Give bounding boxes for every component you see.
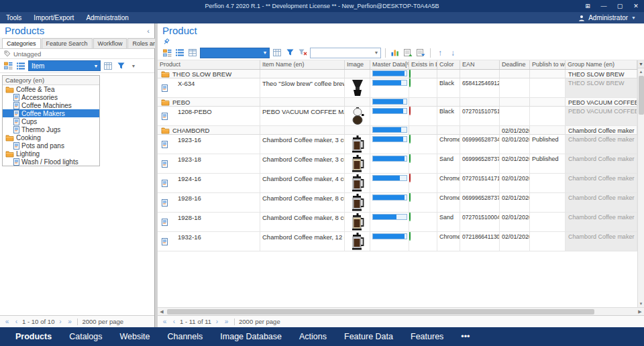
table-row[interactable]: 1932-16Chambord Coffee maker, 12 cup, 1.… (158, 232, 637, 251)
column-header-item-name-en[interactable]: Item Name (en) (260, 60, 345, 69)
collapse-panel-button[interactable]: ‹ (147, 27, 150, 35)
tree-item-lighting[interactable]: Lighting (3, 150, 99, 158)
user-menu[interactable]: Administrator ▼ (578, 14, 644, 21)
tree-item-wash-flood-lights[interactable]: Wash / Flood lights (3, 158, 99, 166)
nav-item-catalogs[interactable]: Catalogs (60, 327, 111, 346)
prev-page-button[interactable]: ‹ (13, 318, 20, 325)
minimize-button[interactable]: — (596, 0, 612, 12)
column-header-ean[interactable]: EAN (460, 60, 500, 69)
category-view-icon[interactable] (162, 48, 172, 58)
tree-item-cups[interactable]: Cups (3, 117, 99, 125)
scroll-down-icon[interactable]: ▼ (638, 300, 644, 307)
tab-feature-search[interactable]: Feature Search (42, 38, 93, 48)
page-size-value[interactable]: 2000 (239, 318, 253, 325)
tree-item-pots-and-pans[interactable]: Pots and pans (3, 141, 99, 150)
scroll-left-icon[interactable]: ◀ (158, 309, 166, 314)
table-row[interactable]: 1928-16Chambord Coffee maker, 8 cup, 1 l… (158, 193, 637, 213)
nav-item-actions[interactable]: Actions (290, 327, 335, 346)
columns-icon[interactable] (272, 48, 282, 58)
h-scrollbar[interactable]: ◀ ▶ (158, 307, 644, 315)
v-scroll-thumb[interactable] (639, 76, 644, 115)
chart-icon[interactable] (390, 48, 400, 58)
column-chooser-icon[interactable]: ▼ (638, 60, 644, 68)
close-button[interactable]: ✕ (628, 0, 644, 12)
apps-grid-icon[interactable]: ⊞ (580, 0, 596, 12)
tree-item-coffee-machines[interactable]: Coffee Machines (3, 101, 99, 109)
first-page-button[interactable]: « (161, 318, 168, 325)
item-name-cell: Chambord Coffee maker, 3 cup, 0.35 l, (260, 154, 345, 173)
columns-icon[interactable] (103, 60, 113, 71)
master-data-bar-fill (373, 215, 396, 219)
list-view-icon[interactable] (174, 48, 185, 58)
category-view-icon[interactable] (3, 60, 13, 71)
view-combo[interactable]: ▼ (200, 48, 270, 58)
clear-filter-icon[interactable] (297, 48, 308, 58)
table-row[interactable]: 1923-16Chambord Coffee maker, 3 cup, 0.3… (158, 135, 637, 154)
import-data-icon[interactable] (415, 48, 426, 58)
group-row[interactable]: CHAMBORD02/01/2020Chambord Coffee maker (158, 126, 637, 135)
table-row[interactable]: X-634Theo "Slow brew" coffee brewerBlack… (158, 78, 637, 98)
tab-workflow[interactable]: Workflow (93, 38, 127, 48)
table-row[interactable]: 1928-18Chambord Coffee maker, 8 cup, 1 l… (158, 213, 637, 232)
export-report-icon[interactable] (402, 48, 413, 58)
column-header-publish-to-web[interactable]: Publish to web (530, 60, 566, 69)
nav-item-website[interactable]: Website (111, 327, 159, 346)
list-view-icon[interactable] (15, 60, 26, 71)
filter-icon[interactable] (284, 48, 295, 58)
document-icon (13, 94, 19, 101)
filter-icon[interactable] (115, 60, 126, 71)
column-header-deadline[interactable]: Deadline (500, 60, 530, 69)
last-page-button[interactable]: » (66, 318, 73, 325)
pager-range: 1 - 10 (22, 318, 38, 325)
next-page-button[interactable]: › (213, 318, 221, 325)
nav-item-image-database[interactable]: Image Database (211, 327, 290, 346)
h-scroll-thumb[interactable] (167, 309, 594, 314)
nav-item-feature-data[interactable]: Feature Data (335, 327, 402, 346)
master-data-bar-fill (373, 234, 405, 239)
action-combo[interactable]: ▼ (310, 48, 381, 58)
item-combo[interactable]: Item ▼ (28, 60, 101, 71)
nav-item-item[interactable]: ••• (452, 327, 478, 346)
v-scrollbar[interactable]: ▼ ▲ ▼ (637, 60, 644, 307)
scroll-up-icon[interactable]: ▲ (638, 68, 644, 75)
menu-item-tools[interactable]: Tools (0, 12, 28, 23)
untagged-filter[interactable]: Untagged (0, 49, 154, 59)
tree-item-coffee-tea[interactable]: Coffee & Tea (3, 85, 99, 93)
tag-icon (4, 50, 11, 57)
filter-dropdown-arrow[interactable]: ▼ (128, 60, 139, 71)
last-page-button[interactable]: » (223, 318, 230, 325)
tree-item-cooking[interactable]: Cooking (3, 133, 99, 141)
tree-item-coffee-makers[interactable]: Coffee Makers (3, 109, 99, 117)
column-header-product[interactable]: Product (158, 60, 260, 69)
menu-item-administration[interactable]: Administration (80, 12, 134, 23)
page-size-value[interactable]: 2000 (82, 318, 96, 325)
pin-icon[interactable] (163, 38, 170, 45)
group-row[interactable]: PEBOPEBO VACUUM COFFEE MAKER (158, 98, 637, 107)
nav-item-channels[interactable]: Channels (158, 327, 211, 346)
column-header-exists-in-erp[interactable]: Exists in ERP (409, 60, 437, 69)
table-view-icon[interactable] (187, 48, 198, 58)
tree-item-thermo-jugs[interactable]: Thermo Jugs (3, 125, 99, 133)
move-up-icon[interactable]: ↑ (435, 48, 445, 58)
move-down-icon[interactable]: ↓ (447, 48, 458, 58)
prev-page-button[interactable]: ‹ (170, 318, 178, 325)
nav-item-products[interactable]: Products (7, 327, 60, 346)
group-row[interactable]: THEO SLOW BREWTHEO SLOW BREW (158, 70, 637, 78)
nav-item-features[interactable]: Features (402, 327, 452, 346)
table-row[interactable]: 1924-16Chambord Coffee maker, 4 cup, 0.5… (158, 174, 637, 193)
column-header-group-name-en[interactable]: Group Name (en) (566, 60, 637, 69)
column-header-master-data[interactable]: Master Data[%] (370, 60, 409, 69)
scroll-right-icon[interactable]: ▶ (636, 309, 644, 314)
tab-categories[interactable]: Categories (2, 38, 41, 48)
table-row[interactable]: 1923-18Chambord Coffee maker, 3 cup, 0.3… (158, 154, 637, 174)
erp-status-cell (409, 213, 437, 231)
column-header-color[interactable]: Color (437, 60, 460, 69)
table-row[interactable]: 1208-PEBOPEBO VACUUM COFFEE MAKERBlack07… (158, 107, 637, 126)
first-page-button[interactable]: « (3, 318, 11, 325)
maximize-button[interactable]: ▢ (612, 0, 628, 12)
column-header-image[interactable]: Image (345, 60, 370, 69)
tree-item-accessories[interactable]: Accessories (3, 93, 99, 101)
next-page-button[interactable]: › (56, 318, 64, 325)
menu-item-import-export[interactable]: Import/Export (28, 12, 80, 23)
red-status-dot (409, 174, 411, 182)
